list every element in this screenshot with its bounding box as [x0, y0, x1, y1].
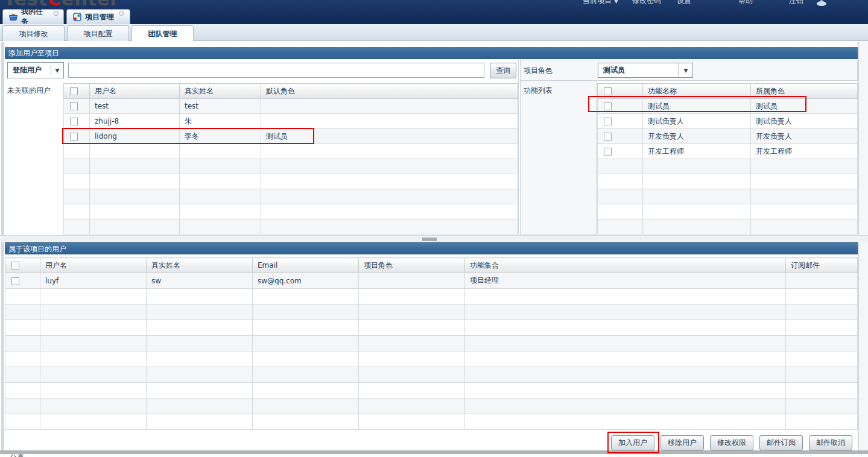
tab-dot-icon[interactable]	[54, 11, 59, 16]
table-header-row: 用户名真实姓名Email项目角色功能集合订阅邮件	[5, 258, 858, 273]
empty-cell	[465, 367, 786, 383]
unlinked-users-table: 用户名真实姓名默认角色testtestzhujj-8朱lidong李冬测试员	[63, 83, 518, 235]
empty-cell	[147, 289, 253, 304]
chevron-down-icon: ▼	[51, 68, 63, 74]
empty-cell	[465, 414, 786, 430]
checkbox[interactable]	[604, 102, 612, 110]
empty-row	[64, 159, 518, 174]
table-cell	[786, 273, 858, 289]
logo-accent: C	[48, 0, 62, 10]
user-icon[interactable]	[816, 0, 828, 8]
add-user-button[interactable]: 加入用户	[611, 435, 654, 450]
remove-user-button[interactable]: 移除用户	[661, 435, 704, 450]
table-row[interactable]: 开发工程师开发工程师	[598, 144, 858, 159]
user-search-input[interactable]	[68, 63, 484, 78]
checkbox[interactable]	[70, 87, 78, 95]
checkbox[interactable]	[11, 262, 19, 269]
empty-cell	[359, 414, 465, 430]
table-row[interactable]: 开发负责人开发负责人	[598, 129, 858, 144]
empty-cell	[253, 336, 359, 351]
checkbox-cell	[598, 144, 643, 159]
empty-cell	[465, 289, 786, 304]
checkbox-cell	[5, 273, 40, 289]
bottom-divider-bar	[0, 450, 868, 454]
empty-cell	[90, 189, 180, 204]
top-nav-item-password[interactable]: 修改密码	[632, 0, 661, 6]
top-nav-item-settings[interactable]: 设置	[677, 0, 691, 6]
empty-cell	[90, 159, 180, 174]
left-gutter	[1, 42, 4, 450]
empty-cell	[465, 351, 786, 367]
table-row[interactable]: luyfswsw@qq.com项目经理	[5, 273, 858, 289]
empty-cell	[180, 174, 261, 189]
checkbox[interactable]	[604, 87, 612, 95]
checkbox[interactable]	[604, 118, 612, 125]
app-window: TestCenter 当前项目▼ 修改密码 设置 帮助 注销 我的任务 项目管理…	[0, 0, 868, 457]
query-button[interactable]: 查询	[490, 63, 516, 78]
horizontal-splitter[interactable]	[0, 235, 868, 242]
top-nav-item-logout[interactable]: 注销	[789, 0, 803, 6]
mail-subscribe-button[interactable]: 邮件订阅	[759, 435, 803, 450]
project-role-dropdown[interactable]: 测试员 ▼	[598, 63, 693, 78]
tab-team-management[interactable]: 团队管理	[131, 25, 194, 42]
empty-cell	[40, 414, 147, 430]
empty-cell	[147, 383, 253, 399]
mail-cancel-button[interactable]: 邮件取消	[809, 435, 852, 450]
empty-cell	[64, 174, 90, 189]
top-nav-item-help[interactable]: 帮助	[738, 0, 753, 6]
empty-row	[5, 320, 858, 336]
empty-cell	[253, 289, 359, 304]
modify-permission-button[interactable]: 修改权限	[710, 435, 753, 450]
empty-cell	[786, 383, 858, 399]
empty-row	[5, 414, 858, 430]
checkbox[interactable]	[604, 148, 612, 156]
tab-dot-icon[interactable]	[119, 11, 124, 16]
empty-row	[5, 367, 858, 383]
table-cell: sw	[147, 273, 253, 289]
table-row[interactable]: zhujj-8朱	[64, 114, 518, 129]
column-header: Email	[253, 258, 359, 273]
table-cell	[359, 273, 465, 289]
function-list-panel	[520, 81, 597, 235]
empty-row	[5, 351, 858, 367]
table-row[interactable]: 测试负责人测试负责人	[598, 114, 858, 129]
column-header: 项目角色	[359, 258, 465, 273]
project-users-table: 用户名真实姓名Email项目角色功能集合订阅邮件luyfswsw@qq.com项…	[5, 257, 858, 430]
login-user-filter-dropdown[interactable]: 登陆用户 ▼	[7, 62, 64, 78]
table-cell	[261, 99, 518, 114]
column-header: 功能名称	[643, 84, 751, 99]
empty-cell	[40, 399, 147, 414]
function-list-label: 功能列表	[524, 86, 553, 96]
table-row[interactable]: lidong李冬测试员	[64, 129, 518, 144]
window-tab-my-tasks[interactable]: 我的任务	[2, 9, 64, 24]
checkbox[interactable]	[11, 277, 19, 285]
empty-cell	[180, 219, 261, 235]
empty-cell	[465, 336, 786, 351]
checkbox[interactable]	[70, 118, 78, 125]
checkbox[interactable]	[70, 102, 78, 110]
table-row[interactable]: testtest	[64, 99, 518, 114]
panel-divider	[518, 60, 519, 235]
tab-project-modify[interactable]: 项目修改	[2, 25, 65, 41]
empty-cell	[359, 289, 465, 304]
empty-cell	[751, 159, 858, 174]
empty-cell	[598, 219, 643, 235]
empty-cell	[40, 320, 147, 336]
window-tab-project-management[interactable]: 项目管理	[66, 9, 130, 24]
empty-row	[5, 336, 858, 351]
empty-row	[64, 144, 518, 159]
table-row[interactable]: 测试员测试员	[598, 99, 858, 114]
top-nav-item-project[interactable]: 当前项目▼	[583, 0, 618, 6]
empty-cell	[5, 351, 40, 367]
empty-cell	[147, 336, 253, 351]
checkbox[interactable]	[70, 133, 78, 140]
empty-cell	[465, 304, 786, 320]
table-cell: 开发工程师	[643, 144, 751, 159]
empty-cell	[643, 159, 751, 174]
tab-project-config[interactable]: 项目配置	[67, 25, 129, 41]
dropdown-label: 登陆用户	[8, 65, 51, 75]
empty-cell	[643, 204, 751, 219]
checkbox-cell	[598, 99, 643, 114]
checkbox[interactable]	[604, 133, 612, 140]
table-cell: test	[180, 99, 261, 114]
